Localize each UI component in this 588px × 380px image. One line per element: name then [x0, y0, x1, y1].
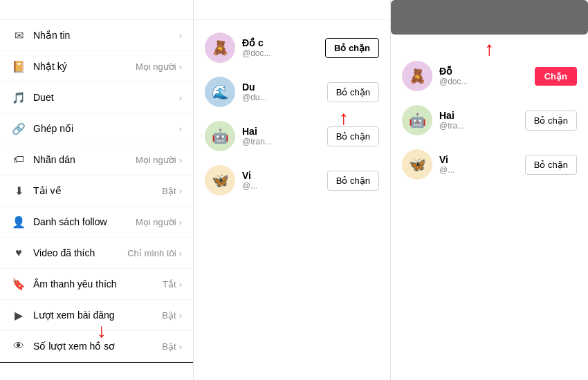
menu-chevron-0: ›	[179, 30, 182, 41]
menu-icon-9: ▶	[11, 307, 26, 323]
menu-icon-4: 🏷	[11, 152, 26, 167]
menu-icon-2: 🎵	[11, 90, 26, 105]
menu-icon-10: 👁	[11, 339, 26, 354]
menu-label-9: Lượt xem bài đăng	[33, 310, 162, 321]
panel3-user-name-1: Hai	[439, 110, 518, 121]
menu-value-5: Bật	[162, 186, 176, 196]
menu-item-10[interactable]: 👁 Số lượt xem hồ sơ Bật ›	[0, 331, 193, 362]
menu-icon-5: ⬇	[11, 183, 26, 198]
panel3-user-info-0: Đỗ @doc...	[439, 66, 528, 86]
panel2-blocked-item-2: 🤖 Hai @tran... Bỏ chặn	[194, 114, 390, 158]
panel3-user-name-0: Đỗ	[439, 66, 528, 77]
blocked-detail-panel: 🧸 Đỗ @doc... Chặn 🤖 Hai @tra... Bỏ chặn …	[391, 0, 588, 380]
menu-icon-6: 👤	[11, 214, 26, 229]
panel2-avatar-2: 🤖	[205, 121, 235, 151]
panel2-user-handle-0: @doc...	[242, 48, 318, 58]
panel3-blocked-item-0: 🧸 Đỗ @doc... Chặn	[391, 54, 588, 98]
panel2-bo-chan-btn-1[interactable]: Bỏ chặn	[327, 82, 379, 102]
menu-item-5[interactable]: ⬇ Tải về Bật ›	[0, 175, 193, 207]
menu-icon-1: 📔	[11, 59, 26, 74]
panel3-chan-btn-0[interactable]: Chặn	[535, 67, 577, 86]
panel2-user-handle-3: @...	[242, 181, 320, 191]
menu-item-0[interactable]: ✉ Nhắn tin ›	[0, 20, 193, 51]
menu-chevron-2: ›	[179, 93, 182, 103]
panel3-blocked-item-2: 🦋 Vi @... Bỏ chặn	[391, 142, 588, 187]
panel3-bo-chan-btn-1[interactable]: Bỏ chặn	[525, 111, 577, 131]
panel2-avatar-3: 🦋	[205, 165, 235, 196]
panel2-user-info-3: Vi @...	[242, 170, 320, 191]
panel2-user-handle-1: @du...	[242, 93, 320, 102]
panel2-blocked-item-3: 🦋 Vi @... Bỏ chặn	[194, 158, 390, 202]
panel3-avatar-0: 🧸	[402, 61, 432, 91]
panel2-blocked-list: 🧸 Đồ c @doc... Bỏ chặn 🌊 Du @du... Bỏ ch…	[194, 20, 390, 208]
panel3-user-info-1: Hai @tra...	[439, 110, 518, 131]
menu-chevron-5: ›	[179, 186, 182, 196]
panel3-user-name-2: Vi	[439, 154, 518, 165]
menu-item-1[interactable]: 📔 Nhật ký Mọi người ›	[0, 51, 193, 82]
menu-chevron-9: ›	[179, 310, 182, 321]
menu-item-4[interactable]: 🏷 Nhãn dán Mọi người ›	[0, 144, 193, 175]
panel2-blocked-item-0: 🧸 Đồ c @doc... Bỏ chặn	[194, 26, 390, 70]
menu-item-9[interactable]: ▶ Lượt xem bài đăng Bật ›	[0, 300, 193, 331]
menu-item-2[interactable]: 🎵 Duet ›	[0, 82, 193, 113]
menu-chevron-8: ›	[179, 279, 182, 289]
menu-value-9: Bật	[162, 310, 176, 321]
menu-icon-3: 🔗	[11, 121, 26, 136]
panel2-user-handle-2: @tran...	[242, 137, 320, 146]
menu-value-4: Mọi người	[136, 155, 176, 165]
panel2-avatar-1: 🌊	[205, 77, 235, 107]
panel2-user-name-3: Vi	[242, 170, 320, 181]
menu-icon-7: ♥	[11, 245, 26, 260]
menu-icon-8: 🔖	[11, 276, 26, 292]
panel3-avatar-1: 🤖	[402, 105, 432, 135]
panel3-overlay-area	[391, 0, 588, 19]
panel2-user-name-1: Du	[242, 82, 320, 93]
menu-value-8: Tắt	[163, 279, 176, 289]
menu-chevron-4: ›	[179, 155, 182, 165]
menu-label-0: Nhắn tin	[33, 30, 179, 41]
panel2-bo-chan-btn-3[interactable]: Bỏ chặn	[327, 171, 379, 191]
panel3-top-bar	[391, 0, 588, 35]
menu-label-3: Ghép nối	[33, 123, 179, 134]
panel2-user-info-1: Du @du...	[242, 82, 320, 102]
menu-label-10: Số lượt xem hồ sơ	[33, 341, 162, 352]
panel3-user-handle-2: @...	[439, 165, 518, 175]
menu-chevron-3: ›	[179, 124, 182, 134]
menu-value-10: Bật	[162, 341, 176, 352]
menu-label-8: Âm thanh yêu thích	[33, 278, 163, 289]
panel2-bo-chan-btn-2[interactable]: Bỏ chặn	[327, 126, 379, 146]
menu-chevron-6: ›	[179, 217, 182, 227]
panel3-user-info-2: Vi @...	[439, 154, 518, 175]
menu-icon-0: ✉	[11, 28, 26, 43]
privacy-menu-list: ✉ Nhắn tin › 📔 Nhật ký Mọi người › 🎵 Due…	[0, 20, 193, 363]
privacy-panel: ✉ Nhắn tin › 📔 Nhật ký Mọi người › 🎵 Due…	[0, 0, 194, 380]
menu-value-1: Mọi người	[136, 61, 176, 72]
panel3-blocked-list: 🧸 Đỗ @doc... Chặn 🤖 Hai @tra... Bỏ chặn …	[391, 19, 588, 192]
panel3-bo-chan-btn-2[interactable]: Bỏ chặn	[525, 155, 577, 175]
menu-item-8[interactable]: 🔖 Âm thanh yêu thích Tắt ›	[0, 269, 193, 300]
menu-label-7: Video đã thích	[33, 247, 127, 258]
panel1-header	[0, 0, 193, 20]
menu-label-5: Tải về	[33, 185, 162, 196]
panel2-user-name-0: Đồ c	[242, 37, 318, 48]
menu-value-6: Mọi người	[136, 217, 176, 227]
menu-item-3[interactable]: 🔗 Ghép nối ›	[0, 113, 193, 144]
menu-item-11[interactable]: 🚫 Tài khoản bị chặn ›	[0, 362, 193, 363]
blocked-accounts-panel: 🧸 Đồ c @doc... Bỏ chặn 🌊 Du @du... Bỏ ch…	[194, 0, 391, 380]
panel2-bo-chan-btn-0[interactable]: Bỏ chặn	[325, 38, 379, 58]
menu-item-7[interactable]: ♥ Video đã thích Chỉ mình tôi ›	[0, 238, 193, 269]
panel2-user-info-0: Đồ c @doc...	[242, 37, 318, 58]
panel3-avatar-2: 🦋	[402, 149, 432, 180]
panel2-user-info-2: Hai @tran...	[242, 126, 320, 146]
menu-chevron-10: ›	[179, 341, 182, 352]
panel2-avatar-0: 🧸	[205, 32, 235, 63]
panel2-user-name-2: Hai	[242, 126, 320, 137]
menu-value-7: Chỉ mình tôi	[127, 248, 176, 258]
menu-label-1: Nhật ký	[33, 61, 136, 72]
menu-label-6: Danh sách follow	[33, 216, 136, 227]
menu-chevron-1: ›	[179, 61, 182, 72]
panel3-user-handle-1: @tra...	[439, 121, 518, 131]
panel3-user-handle-0: @doc...	[439, 77, 528, 86]
menu-item-6[interactable]: 👤 Danh sách follow Mọi người ›	[0, 207, 193, 238]
menu-label-4: Nhãn dán	[33, 154, 136, 165]
